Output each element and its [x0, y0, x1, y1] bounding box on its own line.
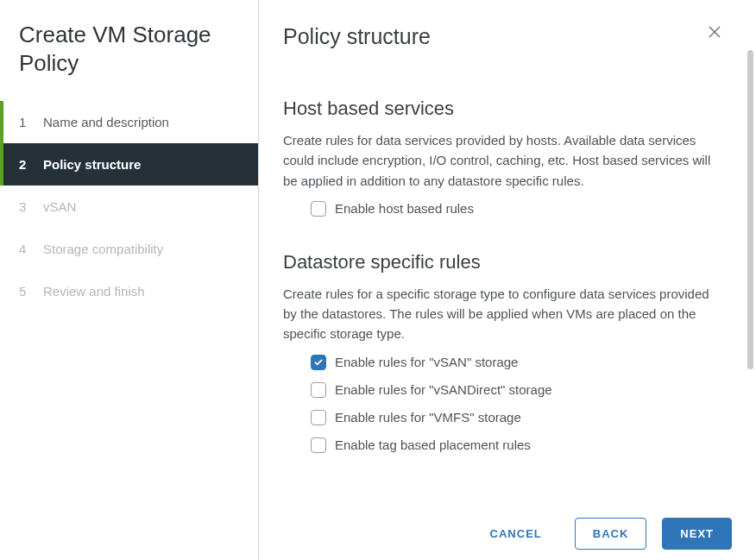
checkbox-label: Enable tag based placement rules [335, 437, 531, 452]
datastore-section-title: Datastore specific rules [283, 251, 713, 274]
checkbox-icon [311, 410, 326, 425]
wizard-root: Create VM Storage Policy 1 Name and desc… [0, 0, 756, 560]
wizard-footer: CANCEL BACK NEXT [473, 518, 732, 550]
page-title: Policy structure [283, 24, 431, 49]
vsandirect-storage-checkbox[interactable]: Enable rules for "vSANDirect" storage [311, 382, 713, 398]
datastore-section: Datastore specific rules Create rules fo… [283, 251, 713, 453]
checkbox-icon [311, 201, 326, 217]
step-storage-compatibility: 4 Storage compatibility [0, 228, 258, 270]
step-label: Storage compatibility [43, 242, 163, 256]
step-label: Name and description [43, 115, 169, 129]
scrollbar-thumb[interactable] [747, 50, 753, 369]
wizard-sidebar: Create VM Storage Policy 1 Name and desc… [0, 0, 259, 560]
vsan-storage-checkbox[interactable]: Enable rules for "vSAN" storage [311, 355, 713, 370]
cancel-button[interactable]: CANCEL [473, 519, 559, 549]
host-based-rules-checkbox[interactable]: Enable host based rules [311, 201, 713, 217]
host-based-section: Host based services Create rules for dat… [283, 98, 713, 217]
back-button[interactable]: BACK [575, 518, 647, 550]
step-number: 4 [19, 242, 31, 256]
step-label: Policy structure [43, 157, 141, 172]
checkbox-label: Enable rules for "VMFS" storage [335, 410, 521, 425]
checkbox-icon [311, 355, 326, 370]
checkbox-label: Enable rules for "vSAN" storage [335, 355, 518, 369]
content-header: Policy structure [283, 24, 721, 49]
step-label: vSAN [43, 199, 76, 214]
checkbox-icon [311, 437, 326, 453]
checkbox-label: Enable rules for "vSANDirect" storage [335, 382, 552, 397]
step-number: 2 [19, 157, 31, 172]
wizard-title: Create VM Storage Policy [0, 21, 258, 101]
host-section-desc: Create rules for data services provided … [283, 130, 713, 191]
content-scroll[interactable]: Host based services Create rules for dat… [283, 98, 721, 560]
checkbox-icon [311, 382, 326, 398]
step-label: Review and finish [43, 284, 145, 299]
step-number: 5 [19, 284, 31, 299]
tag-placement-checkbox[interactable]: Enable tag based placement rules [311, 437, 713, 453]
step-policy-structure[interactable]: 2 Policy structure [0, 143, 258, 186]
wizard-steps: 1 Name and description 2 Policy structur… [0, 101, 258, 312]
host-check-list: Enable host based rules [283, 201, 713, 217]
checkbox-label: Enable host based rules [335, 201, 474, 216]
step-review-finish: 5 Review and finish [0, 270, 258, 312]
step-name-description[interactable]: 1 Name and description [0, 101, 258, 143]
close-icon [708, 23, 721, 42]
wizard-content: Policy structure Host based services Cre… [259, 0, 756, 560]
step-number: 1 [19, 115, 31, 129]
host-section-title: Host based services [283, 98, 713, 120]
step-number: 3 [19, 199, 31, 214]
step-vsan: 3 vSAN [0, 186, 258, 228]
datastore-section-desc: Create rules for a specific storage type… [283, 284, 713, 344]
datastore-check-list: Enable rules for "vSAN" storage Enable r… [283, 355, 713, 453]
close-button[interactable] [699, 24, 721, 41]
next-button[interactable]: NEXT [662, 518, 732, 550]
vmfs-storage-checkbox[interactable]: Enable rules for "VMFS" storage [311, 410, 713, 425]
